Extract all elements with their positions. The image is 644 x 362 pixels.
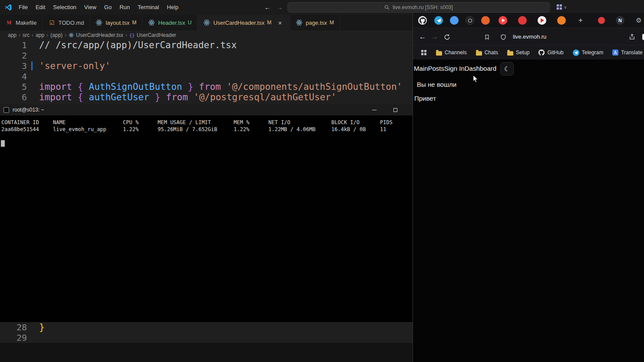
bookmark-github[interactable]: GitHub bbox=[538, 49, 563, 56]
menu-help[interactable]: Help bbox=[163, 3, 182, 12]
code-line: 3 'server-only' bbox=[0, 61, 413, 71]
pinned-tabs-bar: + N ⚙ bbox=[413, 13, 644, 28]
tab-layout-tsx[interactable]: layout.tsx M bbox=[90, 15, 142, 30]
code-editor-bottom[interactable]: 28 } 29 bbox=[0, 322, 413, 343]
docker-stats-data-row: 2aa68be51544 live_evmoh_ru_app 1.22% 95.… bbox=[0, 126, 413, 133]
pinned-tab-telegram-icon[interactable] bbox=[434, 16, 443, 25]
breadcrumb-separator: › bbox=[32, 32, 33, 38]
reload-icon[interactable] bbox=[441, 28, 453, 46]
code-line: 5 import { AuthSignOutButton } from '@/c… bbox=[0, 82, 413, 92]
bookmark-folder-chats[interactable]: Chats bbox=[476, 49, 498, 56]
pinned-tab-orange2-icon[interactable] bbox=[557, 16, 566, 25]
nav-main-link[interactable]: Main bbox=[414, 65, 428, 72]
share-icon[interactable] bbox=[626, 28, 638, 46]
maximize-button[interactable] bbox=[388, 104, 403, 115]
tab-label: page.tsx bbox=[306, 20, 327, 26]
breadcrumb-separator: › bbox=[46, 32, 48, 38]
pinned-tab-youtube-icon[interactable] bbox=[538, 16, 546, 25]
breadcrumb-separator: › bbox=[65, 32, 66, 38]
nav-signin-link[interactable]: Sign In bbox=[444, 65, 465, 72]
tab-makefile[interactable]: M Makefile bbox=[0, 15, 43, 30]
react-icon bbox=[69, 33, 74, 38]
menu-selection[interactable]: Selection bbox=[49, 3, 80, 12]
pinned-tab-red-dot-icon[interactable] bbox=[598, 17, 605, 24]
code-line: 29 bbox=[0, 332, 413, 343]
menu-go[interactable]: Go bbox=[100, 3, 116, 12]
pinned-tab-blue-icon[interactable] bbox=[450, 16, 459, 25]
command-center-search[interactable]: live.evmoh.ru [SSH: s003] bbox=[287, 2, 550, 13]
settings-gear-icon[interactable]: ⚙ bbox=[634, 16, 643, 25]
tab-todo-md[interactable]: ☑ TODO.md bbox=[43, 15, 90, 30]
code-line: 28 } bbox=[0, 322, 413, 332]
breadcrumb-item[interactable]: src bbox=[23, 32, 30, 38]
bookmark-folder-channels[interactable]: Channels bbox=[436, 49, 467, 56]
nav-posts-link[interactable]: Posts bbox=[428, 65, 445, 72]
browser-forward-icon[interactable]: → bbox=[429, 28, 441, 46]
breadcrumb-item[interactable]: app bbox=[8, 32, 17, 38]
code-keyword: from bbox=[166, 92, 188, 102]
bookmark-telegram[interactable]: Telegram bbox=[573, 49, 603, 56]
pinned-tab-notion-icon[interactable]: N bbox=[616, 16, 624, 25]
minimize-button[interactable] bbox=[367, 104, 382, 115]
close-tab-icon[interactable]: × bbox=[276, 19, 284, 26]
line-number: 2 bbox=[0, 50, 27, 61]
menu-view[interactable]: View bbox=[80, 3, 100, 12]
tab-page-tsx[interactable]: page.tsx M bbox=[290, 15, 340, 30]
pinned-tab-red-icon[interactable] bbox=[518, 16, 527, 25]
code-brace: } bbox=[188, 82, 193, 92]
line-number: 5 bbox=[0, 82, 27, 92]
tab-header-tsx[interactable]: Header.tsx U bbox=[142, 15, 198, 30]
menu-file[interactable]: File bbox=[15, 3, 32, 12]
terminal-title-bar[interactable]: root@s013: ~ bbox=[0, 104, 413, 115]
menu-terminal[interactable]: Terminal bbox=[134, 3, 163, 12]
line-number: 4 bbox=[0, 71, 27, 82]
breadcrumb-item[interactable]: app bbox=[36, 32, 44, 38]
new-tab-button[interactable]: + bbox=[576, 16, 585, 25]
shield-icon[interactable] bbox=[497, 28, 509, 46]
bookmarks-bar: Channels Chats Setup GitHub Telegram A T… bbox=[413, 45, 644, 59]
moon-icon: ☾ bbox=[504, 65, 510, 73]
folder-icon bbox=[436, 51, 442, 56]
code-keyword: from bbox=[199, 82, 221, 92]
pinned-tab-openai-icon[interactable] bbox=[466, 16, 474, 25]
code-line: 2 bbox=[0, 50, 413, 61]
tab-label: layout.tsx bbox=[106, 20, 129, 26]
pinned-tab-github-icon[interactable] bbox=[418, 16, 427, 25]
terminal-output[interactable]: CONTAINER ID NAME CPU % MEM USAGE / LIMI… bbox=[0, 115, 413, 322]
breadcrumb-separator: › bbox=[125, 32, 127, 38]
menu-edit[interactable]: Edit bbox=[32, 3, 49, 12]
screen: File Edit Selection View Go Run Terminal… bbox=[0, 0, 644, 362]
speed-dial-grid-icon[interactable] bbox=[421, 49, 427, 56]
breadcrumb-item[interactable]: (app) bbox=[50, 32, 63, 38]
nav-dashboard-link[interactable]: Dashboard bbox=[465, 65, 496, 72]
telegram-icon bbox=[573, 49, 579, 56]
line-number: 1 bbox=[0, 40, 27, 50]
code-keyword: import bbox=[39, 82, 72, 92]
history-forward-icon[interactable]: → bbox=[274, 0, 285, 15]
tab-label: Makefile bbox=[16, 20, 36, 26]
bookmark-icon[interactable] bbox=[481, 28, 493, 46]
code-editor[interactable]: 1 // /src/app/(app)/UserCardHeader.tsx 2… bbox=[0, 40, 413, 104]
history-back-icon[interactable]: ← bbox=[262, 0, 273, 15]
mouse-cursor bbox=[472, 75, 479, 83]
theme-toggle-button[interactable]: ☾ bbox=[500, 62, 514, 76]
tab-usercardheader-tsx[interactable]: UserCardHeader.tsx M × bbox=[198, 15, 290, 30]
breadcrumb-item[interactable]: UserCardHeader bbox=[137, 32, 176, 38]
bookmark-label: Setup bbox=[516, 49, 529, 56]
terminal-title: root@s013: ~ bbox=[13, 107, 44, 113]
github-icon bbox=[538, 49, 545, 56]
chevron-down-icon: ∨ bbox=[564, 5, 567, 10]
line-number: 29 bbox=[0, 332, 27, 343]
browser-back-icon[interactable]: ← bbox=[416, 28, 429, 46]
translate-icon: A bbox=[612, 49, 618, 56]
pinned-tab-orange-icon[interactable] bbox=[481, 16, 490, 25]
pinned-tab-youtube-music-icon[interactable] bbox=[499, 16, 507, 25]
menu-run[interactable]: Run bbox=[116, 3, 134, 12]
apps-grid-icon[interactable]: ∨ bbox=[556, 4, 567, 10]
bookmark-folder-setup[interactable]: Setup bbox=[507, 49, 529, 56]
code-comment: // /src/app/(app)/UserCardHeader.tsx bbox=[39, 40, 237, 50]
breadcrumb-item[interactable]: UserCardHeader.tsx bbox=[76, 32, 123, 38]
code-line: 1 // /src/app/(app)/UserCardHeader.tsx bbox=[0, 40, 413, 50]
url-field[interactable]: live.evmoh.ru bbox=[513, 28, 546, 46]
bookmark-translate[interactable]: A Translate bbox=[612, 49, 643, 56]
